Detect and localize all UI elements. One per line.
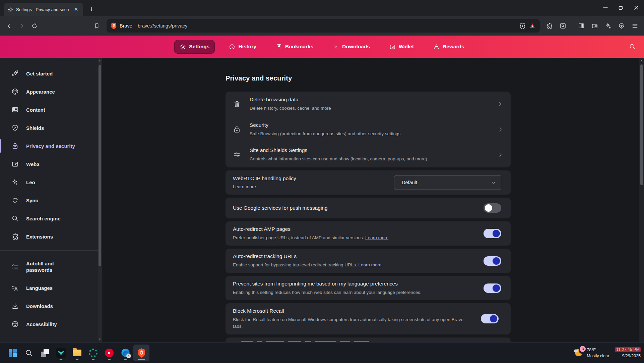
sidebar-item-languages[interactable]: Languages — [0, 279, 98, 297]
checklist-icon — [11, 263, 19, 271]
toggle-block-recall[interactable] — [481, 314, 499, 323]
taskbar-file-explorer[interactable] — [69, 345, 85, 361]
scroll-down-arrow[interactable]: ▼ — [98, 338, 102, 341]
scroll-up-arrow[interactable]: ▲ — [639, 59, 644, 62]
sidebar-scrollbar[interactable]: ▲ ▼ — [98, 58, 102, 342]
row-auto-redirect-amp: Auto-redirect AMP pages Prefer publisher… — [226, 221, 511, 246]
page-scrollbar[interactable]: ▲ — [639, 58, 644, 342]
taskbar-media-app[interactable]: ▶ — [101, 345, 117, 361]
ring-app-icon — [89, 349, 98, 357]
brave-shields-icon[interactable] — [519, 22, 526, 30]
menu-hamburger-icon[interactable] — [629, 20, 641, 32]
leo-ai-icon[interactable] — [602, 20, 614, 32]
sidebar-label: Appearance — [26, 89, 55, 95]
clock-widget[interactable]: 11:27:45 PM 9/29/2025 — [615, 347, 641, 359]
sidebar-item-get-started[interactable]: Get started — [0, 64, 98, 83]
browser-tab[interactable]: Settings - Privacy and security ✕ — [4, 3, 83, 16]
nav-tab-history[interactable]: History — [223, 40, 261, 54]
notification-badge: 3 — [580, 346, 586, 352]
taskbar-app-ring[interactable] — [85, 345, 101, 361]
window-minimize-button[interactable] — [598, 0, 613, 15]
puzzle-icon — [11, 233, 19, 240]
learn-more-link[interactable]: Learn more — [365, 235, 388, 240]
reload-button[interactable] — [29, 20, 40, 32]
toggle-amp[interactable] — [484, 229, 501, 238]
nav-tab-bookmarks[interactable]: Bookmarks — [270, 40, 319, 54]
taskbar-app-butterfly[interactable] — [53, 345, 69, 361]
webrtc-policy-dropdown[interactable]: Default — [394, 175, 501, 190]
sidebar-item-extensions[interactable]: Extensions — [0, 227, 98, 246]
back-button[interactable] — [3, 20, 15, 32]
toggle-tracking-urls[interactable] — [484, 256, 501, 266]
row-title: Security — [250, 122, 489, 128]
taskbar-brave-browser[interactable] — [133, 345, 149, 361]
lock-icon — [11, 142, 19, 150]
edge-icon — [121, 348, 130, 357]
extensions-icon[interactable] — [544, 20, 555, 32]
toggle-google-push[interactable] — [484, 203, 501, 213]
site-chip[interactable]: Brave — [111, 22, 132, 30]
forward-button[interactable] — [16, 20, 27, 32]
dropdown-value: Default — [402, 180, 417, 185]
row-desc: Controls what information sites can use … — [250, 156, 489, 162]
task-view-button[interactable] — [37, 345, 53, 361]
sidebar-item-content[interactable]: Content — [0, 101, 98, 119]
toggle-knob — [493, 230, 500, 237]
nav-tab-wallet[interactable]: Wallet — [384, 40, 419, 54]
wallet-icon — [389, 44, 396, 50]
nav-label: Wallet — [399, 44, 414, 50]
sidebar-item-appearance[interactable]: Appearance — [0, 83, 98, 101]
divider — [516, 22, 516, 30]
temperature: 78°F — [587, 347, 609, 353]
new-tab-button[interactable]: + — [86, 4, 96, 14]
settings-search-icon[interactable] — [629, 43, 636, 50]
sidebar-item-downloads[interactable]: Downloads — [0, 297, 98, 315]
start-button[interactable] — [5, 345, 21, 361]
sidebar-item-search-engine[interactable]: Search engine — [0, 209, 98, 227]
sidebar-item-shields[interactable]: Shields — [0, 119, 98, 137]
row-desc: Enable support for bypassing top-level r… — [233, 262, 357, 267]
scrollbar-thumb[interactable] — [99, 65, 101, 266]
vpn-shield-icon[interactable] — [616, 20, 627, 32]
row-security[interactable]: Security Safe Browsing (protection from … — [226, 117, 511, 142]
sidebar-item-accessibility[interactable]: Accessibility — [0, 315, 98, 333]
sidebar-item-leo[interactable]: Leo — [0, 173, 98, 191]
sidebar-label: Accessibility — [26, 321, 57, 327]
window-close-button[interactable] — [629, 0, 644, 15]
weather-widget[interactable]: 3 78°F Mostly clear — [572, 347, 609, 359]
bat-rewards-icon[interactable] — [529, 22, 536, 29]
sidebar-item-autofill-and-passwords[interactable]: Autofill and passwords — [0, 255, 98, 279]
row-title: Block Microsoft Recall — [233, 308, 474, 314]
window-maximize-button[interactable] — [613, 0, 629, 15]
scrollbar-thumb[interactable] — [640, 64, 643, 185]
sidebar-item-privacy-and-security[interactable]: Privacy and security — [0, 137, 98, 155]
sidebar-item-web3[interactable]: Web3 — [0, 155, 98, 173]
sidebar-item-sync[interactable]: Sync — [0, 191, 98, 209]
bookmark-icon[interactable] — [91, 20, 103, 32]
row-site-and-shields-settings[interactable]: Site and Shields Settings Controls what … — [226, 142, 511, 167]
learn-more-link[interactable]: Learn more — [233, 184, 256, 189]
learn-more-link[interactable]: Learn more — [358, 262, 381, 267]
toggle-knob — [493, 284, 500, 292]
chevron-right-icon — [497, 126, 503, 133]
trash-icon — [233, 100, 241, 108]
wallet-icon[interactable] — [589, 20, 600, 32]
download-icon — [11, 302, 19, 310]
time: 11:27:45 PM — [615, 347, 641, 352]
nav-tab-downloads[interactable]: Downloads — [327, 40, 375, 54]
row-title: Auto-redirect tracking URLs — [233, 253, 477, 259]
sidebar-panel-icon[interactable] — [576, 20, 587, 32]
nav-tab-rewards[interactable]: Rewards — [428, 40, 470, 54]
url-bar[interactable]: Brave brave://settings/privacy — [107, 19, 540, 33]
row-delete-browsing-data[interactable]: Delete browsing data Delete history, coo… — [226, 92, 511, 117]
scroll-up-arrow[interactable]: ▲ — [98, 59, 102, 62]
tab-close-icon[interactable]: ✕ — [72, 6, 80, 13]
taskbar-edge-browser[interactable] — [117, 345, 133, 361]
sidebar-label: Downloads — [26, 303, 53, 309]
search-tabs-icon[interactable] — [557, 20, 569, 32]
taskbar-search-button[interactable] — [21, 345, 37, 361]
toggle-language-fingerprinting[interactable] — [484, 283, 501, 293]
row-title: Delete browsing data — [250, 97, 489, 103]
download-icon — [333, 44, 339, 50]
nav-tab-settings[interactable]: Settings — [174, 40, 215, 54]
